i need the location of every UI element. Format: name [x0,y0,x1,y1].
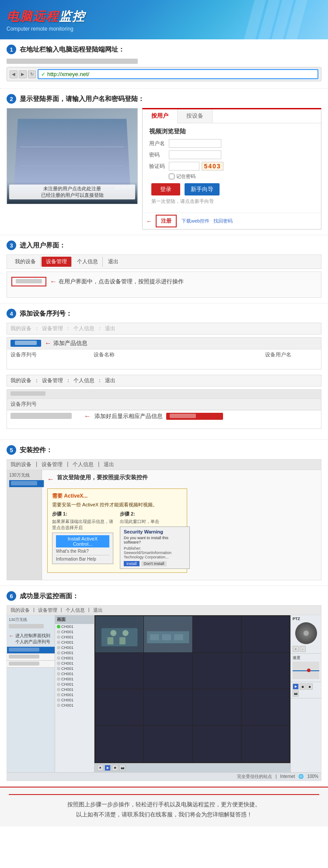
bottom-btns: ■ ▶ ⏺ 📷 [97,765,126,771]
step6-nav-mydev[interactable]: 我的设备 [10,607,30,614]
ch-label-9: CH001 [61,672,73,676]
zoom-in-btn[interactable]: + [293,646,299,652]
add-product-btn[interactable] [10,340,41,347]
security-popup-title: Security Warning [124,529,186,534]
step4-nav-mydev[interactable]: 我的设备 [10,325,31,332]
channel-2[interactable]: CH001 [55,634,94,640]
step4-nav-mgmt[interactable]: 设备管理 [42,325,63,332]
forward-btn[interactable]: ▶ [19,70,27,78]
step4b-nav-mydev[interactable]: 我的设备 [10,377,31,384]
step1-section: 1 在地址栏输入电脑远程登陆端网址： ◀ ▶ ↻ ✓ http://xmeye.… [0,39,328,89]
step4-nav-profile[interactable]: 个人信息 [73,325,94,332]
step5-nav-mgmt[interactable]: 设备管理 [42,461,63,468]
ctrl-record-btn[interactable]: ⏺ [112,765,118,771]
zoom-out-btn[interactable]: - [300,646,306,652]
step6-nav-logout[interactable]: 退出 [93,607,103,614]
ch-label-13: CH001 [61,693,73,697]
mini-step-2: 步骤 2: 出现此窗口时，单击 Security Warning Do you … [120,511,190,569]
step5-device-item[interactable] [9,480,44,487]
step4-nav-logout[interactable]: 退出 [105,325,115,332]
step4b-nav-logout[interactable]: 退出 [105,377,115,384]
nav-logout-3[interactable]: 退出 [104,257,123,267]
step6-device-item-2[interactable] [7,654,55,661]
channel-7[interactable]: CH001 [55,661,94,666]
action-btn-4[interactable]: 📷 [293,690,299,697]
step6-nav-sep2: | [61,607,62,614]
guide-button[interactable]: 新手向导 [185,183,220,195]
username-input[interactable] [169,139,221,148]
step3-inner: ← 在用户界面中，点击设备管理，按照提示进行操作 [11,276,184,286]
video-cell-4 [95,653,143,689]
install-no-btn[interactable]: Don't Install [141,561,167,566]
ctrl-play-btn[interactable]: ▶ [105,765,111,771]
step5-nav-mydev[interactable]: 我的设备 [10,461,31,468]
ptz-center [304,631,309,636]
ch-dot-8 [57,667,60,670]
channel-15[interactable]: CH001 [55,703,94,708]
step6-device-item-1[interactable] [7,647,55,654]
channel-11[interactable]: CH001 [55,682,94,687]
step6-device-item-3[interactable] [7,661,55,668]
step4b-nav-mgmt[interactable]: 设备管理 [42,377,63,384]
activex-steps: 步骤 1: 如果屏幕顶端出现提示信息，请里点击选择开启 Install Acti… [52,511,182,569]
recover-link[interactable]: 找回密码 [213,218,233,223]
step6-nav-profile[interactable]: 个人信息 [66,607,85,614]
nav-device-mgmt-3[interactable]: 设备管理 [42,257,72,267]
step4b-nav-profile[interactable]: 个人信息 [73,377,94,384]
step5-device-label: 130万无线 [9,472,39,478]
nav-profile-3[interactable]: 个人信息 [73,257,103,267]
step6-label: 成功显示监控画面： [20,592,79,600]
captcha-input[interactable] [169,162,199,171]
register-button[interactable]: 注册 [156,215,177,227]
password-row: 密码 [149,150,314,159]
ptz-wheel[interactable] [295,622,317,644]
ch-dot-14 [57,698,60,702]
channel-4[interactable]: CH001 [55,645,94,650]
speed-handle[interactable] [307,669,311,672]
download-link[interactable]: 下载web控件 [181,218,209,223]
step5-nav-profile[interactable]: 个人信息 [73,461,94,468]
status-sep: | [276,774,277,779]
back-btn[interactable]: ◀ [10,70,17,78]
action-btn-3[interactable]: ⏺ [307,683,313,690]
install-yes-btn[interactable]: Install [124,561,140,566]
action-btn-2[interactable]: ⏹ [300,683,306,690]
ch-label-1: CH001 [61,630,73,634]
refresh-btn[interactable]: ↻ [28,70,36,78]
channel-12[interactable]: CH001 [55,687,94,692]
video-cell-0 [95,616,143,652]
tab-by-device[interactable]: 按设备 [178,109,213,123]
table-data-row: ← 添加好后显示相应产品信息 [7,410,321,422]
channel-13[interactable]: CH001 [55,692,94,697]
channel-8[interactable]: CH001 [55,666,94,671]
step4-nav-sep3: ： [97,325,102,332]
channel-6[interactable]: CH001 [55,655,94,661]
nav-my-devices-3[interactable]: 我的设备 [10,257,41,267]
step5-title: 5 安装控件： [7,445,321,455]
channel-0[interactable]: CH001 [55,624,94,629]
install-activex-btn[interactable]: Install ActiveX Control... [56,535,109,547]
tab-by-user[interactable]: 按用户 [143,109,178,123]
action-btn-1[interactable]: ▶ [293,683,299,690]
login-button[interactable]: 登录 [151,183,180,195]
remember-checkbox[interactable] [169,174,174,179]
step4-nav-sep1: ： [34,325,39,332]
password-input[interactable] [169,150,221,159]
step6-ptz-section: PTZ + - [291,615,321,654]
captcha-image[interactable]: 5403 [202,162,223,171]
step5-nav-logout[interactable]: 退出 [104,461,114,468]
step4-label: 添加设备序列号： [20,310,72,318]
channel-3[interactable]: CH001 [55,640,94,645]
channel-5[interactable]: CH001 [55,650,94,655]
speed-slider[interactable] [293,662,319,679]
step6-nav-mgmt[interactable]: 设备管理 [38,607,57,614]
ctrl-stop-btn[interactable]: ■ [97,765,103,771]
channel-1[interactable]: CH001 [55,629,94,634]
channel-10[interactable]: CH001 [55,676,94,682]
ctrl-snap-btn[interactable]: 📷 [119,765,126,771]
video-cell-2 [193,616,241,652]
step6-device-name: 130万无线 [9,617,53,623]
channel-14[interactable]: CH001 [55,697,94,703]
url-input-bar[interactable]: ✓ http://xmeye.net/ [38,69,318,79]
channel-9[interactable]: CH001 [55,671,94,676]
